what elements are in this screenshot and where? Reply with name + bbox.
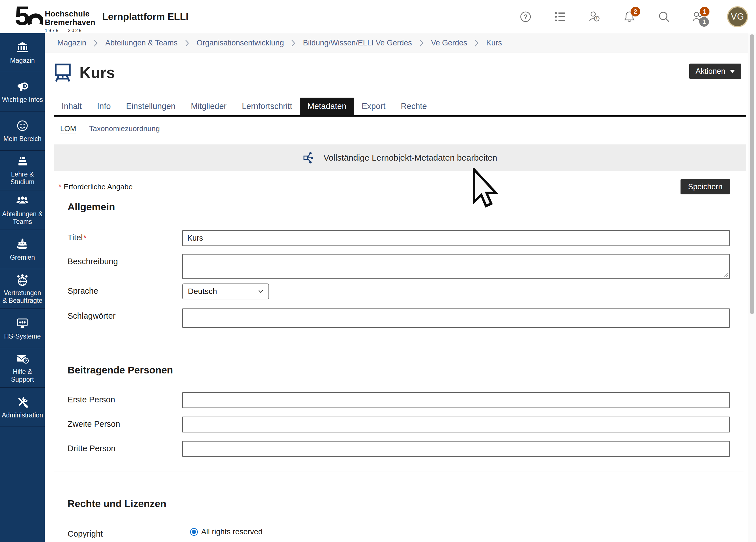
page-title: Kurs bbox=[79, 64, 115, 82]
logo-years: 1975 – 2025 bbox=[45, 28, 95, 33]
breadcrumb-item[interactable]: Abteilungen & Teams bbox=[105, 39, 178, 47]
notifications-badge: 2 bbox=[631, 7, 640, 16]
sprache-selected-value: Deutsch bbox=[188, 287, 217, 296]
form-row-copyright: Copyright All rights reserved bbox=[54, 526, 748, 539]
breadcrumb-separator-icon bbox=[94, 39, 98, 47]
sidebar-item-wichtige-infos[interactable]: Wichtige Infos bbox=[0, 72, 45, 112]
titel-input[interactable] bbox=[182, 230, 730, 246]
notifications-bell-icon[interactable]: 2 bbox=[623, 10, 636, 23]
tab-einstellungen[interactable]: Einstellungen bbox=[118, 98, 183, 115]
form-toolbar: *Erforderliche Angabe Speichern bbox=[54, 179, 730, 194]
breadcrumb-item[interactable]: Bildung/Wissen/ELLI Ve Gerdes bbox=[303, 39, 412, 47]
form-row-beschreibung: Beschreibung bbox=[54, 254, 748, 280]
required-note: *Erforderliche Angabe bbox=[58, 182, 133, 191]
sidebar-item-abteilungen-teams[interactable]: Abteilungen & Teams bbox=[0, 190, 45, 230]
tab-bar: Inhalt Info Einstellungen Mitglieder Ler… bbox=[54, 98, 746, 117]
sidebar-item-vertretungen[interactable]: Vertretungen & Beauftragte bbox=[0, 269, 45, 309]
save-button[interactable]: Speichern bbox=[681, 179, 730, 194]
breadcrumb-separator-icon bbox=[291, 39, 295, 47]
sidebar-item-hs-systeme[interactable]: HS-Systeme bbox=[0, 309, 45, 348]
sprache-select[interactable]: Deutsch bbox=[182, 283, 269, 299]
breadcrumb: Magazin Abteilungen & Teams Organisation… bbox=[45, 33, 748, 53]
breadcrumb-item[interactable]: Ve Gerdes bbox=[431, 39, 467, 47]
smiley-icon bbox=[16, 119, 29, 132]
tab-lernfortschritt[interactable]: Lernfortschritt bbox=[234, 98, 300, 115]
form-row-zweite-person: Zweite Person bbox=[54, 417, 748, 432]
required-note-text: Erforderliche Angabe bbox=[64, 182, 133, 191]
globe-people-icon bbox=[16, 273, 29, 286]
subtab-lom[interactable]: LOM bbox=[60, 124, 76, 133]
university-logo[interactable]: 5 Hochschule Bremerhaven 1975 – 2025 bbox=[15, 2, 95, 33]
copyright-option-label: All rights reserved bbox=[201, 528, 263, 536]
zweite-person-input[interactable] bbox=[182, 417, 730, 432]
contacts-badge-other: 1 bbox=[699, 17, 709, 27]
tab-mitglieder[interactable]: Mitglieder bbox=[183, 98, 234, 115]
people-group-icon bbox=[16, 194, 29, 207]
dritte-person-input[interactable] bbox=[182, 441, 730, 457]
svg-text:5: 5 bbox=[15, 2, 30, 30]
sidebar-item-mein-bereich[interactable]: Mein Bereich bbox=[0, 112, 45, 151]
section-heading-allgemein: Allgemein bbox=[68, 201, 748, 213]
sidebar-item-label: Mein Bereich bbox=[3, 135, 41, 143]
committee-icon bbox=[16, 238, 29, 251]
section-divider bbox=[54, 338, 744, 338]
books-icon bbox=[16, 155, 29, 168]
support-question-glyph: ? bbox=[25, 359, 27, 363]
sidebar-item-hilfe-support[interactable]: ? Hilfe & Support bbox=[0, 348, 45, 388]
main-sidebar: Magazin Wichtige Infos Mein Bereich Lehr… bbox=[0, 33, 45, 542]
edit-full-metadata-label: Vollständige Lernobjekt-Metadaten bearbe… bbox=[324, 153, 497, 163]
sidebar-item-lehre-studium[interactable]: Lehre & Studium bbox=[0, 151, 45, 190]
breadcrumb-item[interactable]: Organisationsentwicklung bbox=[197, 39, 284, 47]
copyright-label: Copyright bbox=[54, 526, 182, 539]
help-glyph: ? bbox=[524, 13, 528, 21]
page-title-row: Kurs bbox=[54, 53, 748, 82]
help-icon[interactable]: ? bbox=[519, 10, 532, 23]
edit-full-metadata-banner[interactable]: Vollständige Lernobjekt-Metadaten bearbe… bbox=[54, 144, 746, 171]
vertical-scrollbar-track[interactable] bbox=[748, 33, 756, 542]
resize-handle-icon[interactable] bbox=[724, 273, 728, 277]
search-icon[interactable] bbox=[658, 10, 670, 23]
list-menu-icon[interactable] bbox=[554, 10, 566, 23]
sidebar-item-label: Lehre & Studium bbox=[1, 171, 44, 186]
titel-label: Titel* bbox=[54, 230, 182, 242]
tab-metadaten[interactable]: Metadaten bbox=[300, 98, 354, 115]
subtab-bar: LOM Taxonomiezuordnung bbox=[54, 124, 748, 133]
contacts-icon[interactable]: 1 1 bbox=[692, 10, 705, 23]
vertical-scrollbar-thumb[interactable] bbox=[750, 34, 754, 314]
tab-export[interactable]: Export bbox=[354, 98, 393, 115]
tools-icon bbox=[16, 396, 29, 409]
form-row-sprache: Sprache Deutsch bbox=[54, 283, 748, 299]
copyright-radio[interactable] bbox=[190, 528, 198, 536]
actions-button[interactable]: Aktionen bbox=[689, 64, 741, 79]
breadcrumb-separator-icon bbox=[419, 39, 424, 47]
tab-inhalt[interactable]: Inhalt bbox=[54, 98, 89, 115]
required-asterisk: * bbox=[58, 182, 62, 191]
tab-rechte[interactable]: Rechte bbox=[393, 98, 434, 115]
copyright-option-row: All rights reserved bbox=[182, 526, 730, 536]
subtab-taxonomiezuordnung[interactable]: Taxonomiezuordnung bbox=[89, 124, 160, 133]
contacts-badge-new: 1 bbox=[700, 7, 709, 16]
sidebar-item-label: Gremien bbox=[10, 254, 35, 261]
sprache-label: Sprache bbox=[54, 283, 182, 296]
user-avatar[interactable]: VG bbox=[727, 6, 748, 27]
beschreibung-textarea[interactable] bbox=[182, 254, 730, 279]
form-row-dritte-person: Dritte Person bbox=[54, 441, 748, 457]
section-heading-rechte: Rechte und Lizenzen bbox=[68, 498, 748, 509]
sidebar-item-label: Wichtige Infos bbox=[2, 96, 43, 104]
breadcrumb-item[interactable]: Magazin bbox=[57, 39, 86, 47]
sidebar-item-label: Abteilungen & Teams bbox=[1, 210, 44, 226]
sidebar-item-gremien[interactable]: Gremien bbox=[0, 230, 45, 269]
erste-person-input[interactable] bbox=[182, 392, 730, 408]
sidebar-item-administration[interactable]: Administration bbox=[0, 388, 45, 427]
breadcrumb-separator-icon bbox=[185, 39, 189, 47]
tab-info[interactable]: Info bbox=[89, 98, 118, 115]
sidebar-item-magazin[interactable]: Magazin bbox=[0, 33, 45, 72]
breadcrumb-item[interactable]: Kurs bbox=[486, 39, 502, 47]
sidebar-item-label: Magazin bbox=[10, 57, 35, 64]
user-status-icon[interactable]: ! bbox=[589, 10, 601, 23]
status-glyph: ! bbox=[596, 16, 597, 21]
section-divider bbox=[54, 472, 744, 472]
logo-text: Hochschule Bremerhaven 1975 – 2025 bbox=[45, 10, 95, 33]
sidebar-item-label: Hilfe & Support bbox=[1, 368, 44, 383]
schlagwoerter-input[interactable] bbox=[182, 308, 730, 328]
